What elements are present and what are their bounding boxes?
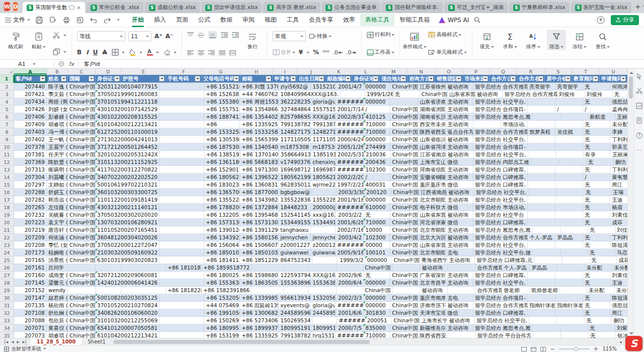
cell[interactable]: 社交平台,: [501, 136, 528, 143]
cell[interactable]: 10000: [364, 226, 390, 234]
cell[interactable]: 口碑推荐,元: [503, 256, 534, 264]
row-header[interactable]: 16: [0, 189, 14, 196]
cell[interactable]: 河北省张家: [418, 219, 446, 226]
header-cell[interactable]: 父母电话号码: [202, 75, 240, 83]
cell[interactable]: +86 13439252: [204, 234, 240, 241]
cell[interactable]: 刘俊伶: [585, 91, 613, 98]
cell[interactable]: +44 7460762888: [240, 91, 279, 98]
cell[interactable]: [562, 256, 590, 264]
cell[interactable]: 320311200104077915: [96, 83, 159, 91]
cell[interactable]: 未分配: [610, 121, 627, 128]
cell[interactable]: 留学总经办: [473, 196, 501, 204]
column-header-H[interactable]: H: [240, 68, 273, 74]
column-header-U[interactable]: U: [600, 68, 627, 74]
cell[interactable]: 社交平台,: [502, 151, 528, 158]
header-cell[interactable]: 国籍: [68, 75, 96, 83]
row-header[interactable]: 31: [0, 302, 14, 309]
cell[interactable]: 180995191: [311, 324, 336, 332]
header-cell[interactable]: 手机号码: [166, 75, 202, 83]
cell[interactable]: 王晨宇 (男): [47, 143, 68, 151]
cell[interactable]: 韩浩远 (男): [47, 196, 68, 204]
strikethrough-button[interactable]: A: [102, 49, 107, 56]
cell[interactable]: 无: [583, 83, 610, 91]
cell[interactable]: 207145: [14, 279, 47, 287]
cell[interactable]: 117110505: [279, 136, 311, 143]
cell[interactable]: 2005/1/26: [336, 143, 364, 151]
cell[interactable]: 无: [393, 91, 420, 98]
menu-item[interactable]: 效率: [338, 14, 360, 26]
cell[interactable]: 山东省济南: [418, 98, 446, 106]
cell[interactable]: China中国: [390, 106, 418, 113]
cell[interactable]: [159, 136, 204, 143]
cell[interactable]: [159, 106, 204, 113]
cell[interactable]: 山东省东营: [418, 211, 446, 219]
document-tab[interactable]: S可过_支付宝+_滴滴: [444, 2, 508, 13]
cell[interactable]: 去电: [446, 249, 473, 256]
cell[interactable]: 被动咨询: [446, 136, 473, 143]
cell[interactable]: 244589596: [311, 309, 336, 317]
cell[interactable]: 被动咨询: [446, 302, 473, 309]
scroll-up-icon[interactable]: [629, 70, 633, 74]
filter-dropdown-icon[interactable]: [482, 76, 488, 81]
cell[interactable]: China中国: [390, 241, 418, 249]
paste-button[interactable]: 粘贴: [29, 30, 48, 50]
cell[interactable]: China中国: [68, 136, 96, 143]
row-header[interactable]: 29: [0, 287, 14, 294]
cell[interactable]: 610104200212213421: [96, 121, 159, 128]
cell[interactable]: [308, 264, 337, 272]
cell[interactable]: +86 15536380: [204, 279, 240, 287]
font-size-select[interactable]: 11: [128, 31, 151, 41]
document-tab[interactable]: S公务员国企事业单: [321, 2, 380, 13]
cell[interactable]: [337, 264, 363, 272]
cell[interactable]: +86 1971300890: [240, 166, 279, 173]
cell[interactable]: +86 1370140948: [240, 151, 279, 158]
search-icon[interactable]: [473, 16, 481, 24]
header-cell[interactable]: 现住地址: [380, 75, 408, 83]
cell[interactable]: 244589596: [279, 309, 311, 317]
cell[interactable]: China中国: [391, 151, 419, 158]
cell[interactable]: +86 1343982452: [240, 196, 279, 204]
column-header-K[interactable]: K: [326, 68, 352, 74]
cell[interactable]: 合作项目-: [501, 106, 528, 113]
cell[interactable]: China中国: [390, 249, 418, 256]
cell[interactable]: [528, 143, 555, 151]
cell[interactable]: 丁利利: [610, 166, 627, 173]
cell[interactable]: 杨欣雨 (女): [47, 302, 68, 309]
sort-button[interactable]: A 排序: [524, 30, 543, 50]
notebook-icon[interactable]: [636, 117, 642, 124]
cell[interactable]: China中国: [390, 219, 418, 226]
column-header-A[interactable]: A: [14, 68, 47, 74]
cell[interactable]: 124827175: [311, 128, 336, 136]
cell[interactable]: 有录: [584, 151, 611, 158]
row-header[interactable]: 26: [0, 264, 14, 272]
cell[interactable]: 江西省南昌: [419, 189, 447, 196]
cell[interactable]: 207108: [14, 309, 47, 317]
cell[interactable]: +86 1354866895: [240, 106, 279, 113]
undo-icon[interactable]: [90, 16, 98, 24]
cell[interactable]: 207071: [14, 324, 47, 332]
cell[interactable]: 无: [589, 332, 616, 338]
cell[interactable]: 2002/7/16: [336, 226, 364, 234]
cell[interactable]: [390, 98, 418, 106]
cell[interactable]: 合作方推荐: [475, 287, 502, 294]
cell[interactable]: 被动咨询: [475, 91, 503, 98]
cell[interactable]: +86 13220522: [204, 211, 240, 219]
cell[interactable]: 130703200106280921: [96, 219, 159, 226]
filter-button[interactable]: 筛选: [547, 30, 566, 50]
cell[interactable]: 任天宇 (女): [47, 151, 68, 158]
cell[interactable]: 江苏省南京: [419, 151, 446, 158]
row-header[interactable]: 3: [0, 91, 14, 98]
cell[interactable]: 留学总经办: [473, 106, 501, 113]
cell[interactable]: +86 18101832: [166, 264, 202, 272]
row-header[interactable]: 27: [0, 272, 14, 279]
filter-dropdown-icon[interactable]: [593, 76, 598, 81]
document-tab[interactable]: S高学历 教授.xlsx: [263, 2, 320, 13]
menu-item[interactable]: 公式: [193, 14, 215, 26]
cell[interactable]: 雅思考点,雅: [501, 226, 533, 234]
cell[interactable]: [528, 121, 555, 128]
cell[interactable]: #########: [336, 241, 364, 249]
cell[interactable]: 王丽淋: [615, 113, 627, 121]
cell[interactable]: 成雨雯 (女): [47, 272, 68, 279]
cell[interactable]: 274499: [364, 143, 390, 151]
cell[interactable]: China中国: [390, 136, 418, 143]
